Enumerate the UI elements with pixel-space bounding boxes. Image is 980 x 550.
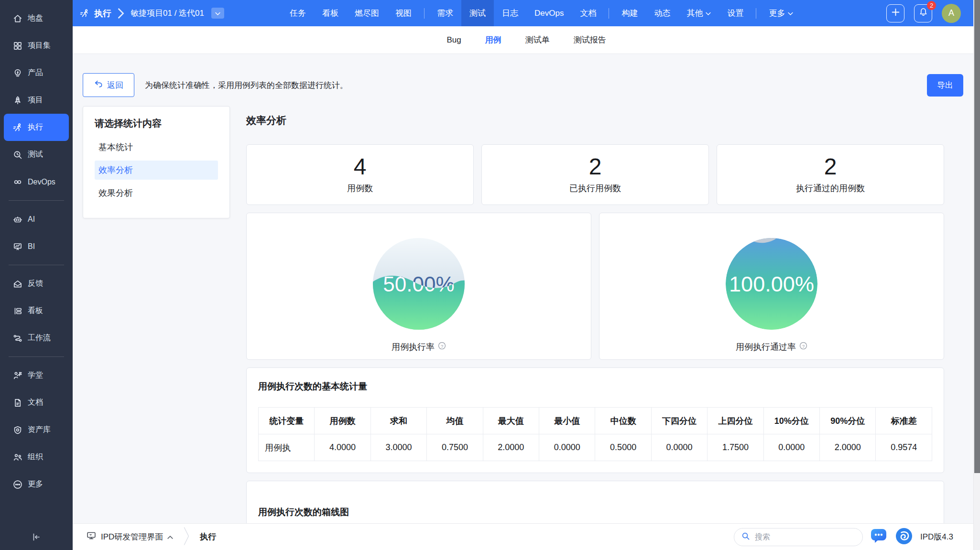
col-header: 最小值 <box>539 408 595 434</box>
chevron-right-icon <box>116 8 126 19</box>
tab-testtask[interactable]: 测试单 <box>525 34 550 45</box>
menu-item-settings[interactable]: 设置 <box>719 0 751 26</box>
sidebar-item-test[interactable]: 测试 <box>0 141 73 168</box>
sidebar-item-program[interactable]: 项目集 <box>0 32 73 59</box>
col-header: 用例数 <box>315 408 370 434</box>
menu-item-build[interactable]: 构建 <box>613 0 646 26</box>
project-dropdown-button[interactable] <box>211 8 224 19</box>
content: 返回 为确保统计准确性，采用用例列表的全部数据进行统计。 导出 请选择统计内容 … <box>73 54 980 523</box>
tab-testreport[interactable]: 测试报告 <box>574 34 606 45</box>
sidebar-item-label: 测试 <box>28 150 43 160</box>
cell-value: 3.0000 <box>370 434 426 461</box>
sidebar-item-label: 工作流 <box>28 333 51 343</box>
menu-item-docs[interactable]: 文档 <box>572 0 604 26</box>
sidebar-item-academy[interactable]: 学堂 <box>0 362 73 389</box>
pass-rate-card: 100.00% 100.00% 用例执行通过率 ? <box>599 213 944 360</box>
breadcrumb-section[interactable]: 执行 <box>94 8 111 19</box>
menu-item-test[interactable]: 测试 <box>461 0 494 26</box>
menu-label: 设置 <box>727 8 743 19</box>
back-button[interactable]: 返回 <box>83 73 134 97</box>
test-subnav: Bug 用例 测试单 测试报告 <box>73 26 980 54</box>
toolbar: 返回 为确保统计准确性，采用用例列表的全部数据进行统计。 导出 <box>83 73 963 97</box>
app-switcher[interactable]: IPD研发管理界面 <box>86 530 173 543</box>
sidebar-item-project[interactable]: 项目 <box>0 86 73 114</box>
current-module[interactable]: 执行 <box>200 531 216 542</box>
notifications-button[interactable]: 2 <box>914 4 932 22</box>
menu-item-others[interactable]: 其他 <box>678 0 719 26</box>
boxplot-title: 用例执行次数的箱线图 <box>258 506 932 518</box>
menu-separator <box>609 8 609 19</box>
menu-item-views[interactable]: 视图 <box>387 0 420 26</box>
menu-item-stories[interactable]: 需求 <box>429 0 461 26</box>
basic-statistics-card: 用例执行次数的基本统计量 统计变量 用例数 求和 均值 最大值 最小值 中位数 <box>246 367 944 473</box>
main-area: 执行 敏捷项目01 / 迭代01 任务 看板 燃尽图 视图 需求 测试 日志 D… <box>73 0 980 550</box>
col-header: 均值 <box>427 408 483 434</box>
col-header: 上四分位 <box>708 408 763 434</box>
stat-value: 2 <box>589 155 602 178</box>
avatar[interactable]: A <box>942 4 961 23</box>
sidebar-item-feedback[interactable]: 反馈 <box>0 270 73 297</box>
sidebar-item-ai[interactable]: AI <box>0 205 73 233</box>
statistics-table: 统计变量 用例数 求和 均值 最大值 最小值 中位数 下四分位 上四分位 10%… <box>258 407 932 461</box>
avatar-letter: A <box>948 8 954 18</box>
sidebar-item-docs[interactable]: 文档 <box>0 389 73 416</box>
help-question-icon[interactable]: ? <box>799 342 807 352</box>
monitor-icon <box>86 530 97 543</box>
sidebar-item-org[interactable]: 组织 <box>0 443 73 471</box>
menu-label: 看板 <box>322 8 338 19</box>
scrollbar-thumb[interactable] <box>974 0 980 473</box>
brand-logo-icon <box>895 528 913 547</box>
sidebar-item-territory[interactable]: 地盘 <box>0 5 73 32</box>
liquid-gauge-pass-rate: 100.00% 100.00% <box>725 237 818 331</box>
sidebar-collapse-button[interactable] <box>0 524 73 550</box>
sidebar-item-more[interactable]: 更多 <box>0 471 73 498</box>
menu-separator <box>756 8 756 19</box>
statistics-selector-panel: 请选择统计内容 基本统计 效率分析 效果分析 <box>83 106 230 218</box>
help-question-icon[interactable]: ? <box>438 342 446 352</box>
menu-label: 日志 <box>502 8 518 19</box>
chat-bubble-icon[interactable] <box>871 528 888 546</box>
menu-label: 构建 <box>621 8 638 19</box>
tab-case[interactable]: 用例 <box>485 34 501 45</box>
menu-item-dynamics[interactable]: 动态 <box>646 0 678 26</box>
menu-item-log[interactable]: 日志 <box>494 0 526 26</box>
sidebar-item-assets[interactable]: 资产库 <box>0 416 73 443</box>
export-button[interactable]: 导出 <box>927 74 963 97</box>
menu-item-kanban[interactable]: 看板 <box>314 0 347 26</box>
sidebar-item-devops[interactable]: DevOps <box>0 168 73 195</box>
stat-option-efficiency[interactable]: 效率分析 <box>95 161 218 180</box>
cell-value: 2.0000 <box>820 434 876 461</box>
create-button[interactable] <box>886 4 904 22</box>
more-ellipsis-icon <box>12 479 23 490</box>
version-label: IPD版4.3 <box>920 531 953 542</box>
sidebar-item-execution[interactable]: 执行 <box>4 114 69 141</box>
bi-board-icon <box>12 241 23 252</box>
menu-item-tasks[interactable]: 任务 <box>282 0 314 26</box>
sidebar-item-workflow[interactable]: 工作流 <box>0 324 73 352</box>
collapse-icon <box>31 532 42 542</box>
menu-item-more[interactable]: 更多 <box>761 0 801 26</box>
chevron-up-icon <box>167 532 173 542</box>
menu-label: 任务 <box>290 8 306 19</box>
sidebar-item-kanban[interactable]: 看板 <box>0 297 73 324</box>
breadcrumb-project[interactable]: 敏捷项目01 / 迭代01 <box>131 8 204 19</box>
tab-bug[interactable]: Bug <box>446 35 461 45</box>
menu-item-devops[interactable]: DevOps <box>526 0 572 26</box>
academy-icon <box>12 370 23 381</box>
execution-runner-icon <box>12 122 23 133</box>
menu-item-burndown[interactable]: 燃尽图 <box>347 0 387 26</box>
back-arrow-icon <box>94 79 103 91</box>
project-rocket-icon <box>12 95 23 106</box>
top-menu: 任务 看板 燃尽图 视图 需求 测试 日志 DevOps 文档 构建 动态 其他… <box>282 0 801 26</box>
sidebar-item-product[interactable]: 产品 <box>0 59 73 86</box>
chevron-down-icon <box>706 9 711 18</box>
stat-option-basic[interactable]: 基本统计 <box>95 138 218 157</box>
sidebar-item-label: BI <box>28 242 35 251</box>
gauge-cards: 50.00% 50.00% 用例执行率 ? <box>246 213 944 360</box>
efficiency-analysis-section: 效率分析 4 用例数 2 已执行用例数 2 执行通过的用例数 <box>246 106 944 523</box>
workflow-icon <box>12 333 23 344</box>
search-input[interactable] <box>755 533 856 541</box>
stat-option-effect[interactable]: 效果分析 <box>95 183 218 203</box>
sidebar-item-bi[interactable]: BI <box>0 233 73 260</box>
menu-label: 动态 <box>654 8 670 19</box>
